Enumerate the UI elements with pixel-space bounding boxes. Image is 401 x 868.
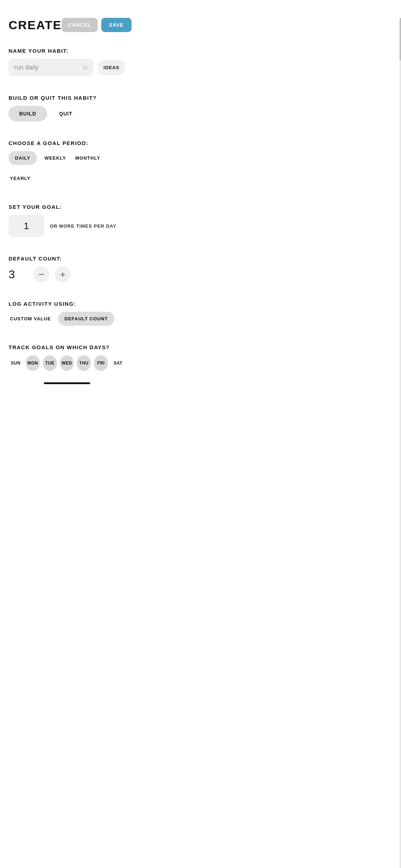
goal-period-section: CHOOSE A GOAL PERIOD: DAILY WEEKLY MONTH… xyxy=(0,131,134,185)
count-row: 3 − + xyxy=(9,267,125,282)
page-title: CREATE xyxy=(9,18,62,32)
day-wed-button[interactable]: WED xyxy=(60,355,74,371)
track-days-section: TRACK GOALS ON WHICH DAYS? SUN MON TUE W… xyxy=(0,336,134,371)
save-button[interactable]: SAVE xyxy=(101,18,132,32)
build-quit-section: BUILD OR QUIT THIS HABIT? BUILD QUIT xyxy=(0,86,134,122)
build-button[interactable]: BUILD xyxy=(9,106,47,122)
create-page: CREATE CANCEL SAVE NAME YOUR HABIT: run … xyxy=(0,0,134,401)
count-controls: − + xyxy=(34,267,71,282)
period-row: DAILY WEEKLY MONTHLY YEARLY xyxy=(9,151,125,185)
day-thu-button[interactable]: THU xyxy=(77,355,91,371)
header-buttons: CANCEL SAVE xyxy=(62,18,131,32)
home-indicator xyxy=(44,382,90,384)
default-count-button[interactable]: DEFAULT COUNT xyxy=(58,312,114,326)
build-quit-toggle: BUILD QUIT xyxy=(9,106,125,122)
header: CREATE CANCEL SAVE xyxy=(0,0,134,39)
name-input-row: run daily 31 IDEAS xyxy=(9,59,125,76)
goal-row: 1 OR MORE TIMES PER DAY xyxy=(9,215,125,237)
day-fri-button[interactable]: FRI xyxy=(94,355,108,371)
goal-value-box[interactable]: 1 xyxy=(9,215,44,237)
cancel-button[interactable]: CANCEL xyxy=(62,18,97,32)
increment-button[interactable]: + xyxy=(55,267,71,282)
goal-period-label: CHOOSE A GOAL PERIOD: xyxy=(9,140,125,146)
custom-value-button[interactable]: CUSTOM VALUE xyxy=(9,312,52,326)
day-sun-button[interactable]: SUN xyxy=(9,355,23,371)
days-row: SUN MON TUE WED THU FRI SAT xyxy=(9,355,125,371)
habit-name-label: NAME YOUR HABIT: xyxy=(9,48,125,54)
log-activity-label: LOG ACTIVITY USING: xyxy=(9,301,125,307)
log-activity-section: LOG ACTIVITY USING: CUSTOM VALUE DEFAULT… xyxy=(0,292,134,326)
set-goal-label: SET YOUR GOAL: xyxy=(9,204,125,210)
default-count-label: DEFAULT COUNT: xyxy=(9,255,125,262)
habit-name-section: NAME YOUR HABIT: run daily 31 IDEAS xyxy=(0,39,134,76)
set-goal-section: SET YOUR GOAL: 1 OR MORE TIMES PER DAY xyxy=(0,195,134,237)
habit-name-value: run daily xyxy=(14,64,80,71)
ideas-button[interactable]: IDEAS xyxy=(98,60,125,75)
goal-value: 1 xyxy=(24,221,29,232)
goal-suffix: OR MORE TIMES PER DAY xyxy=(50,223,117,229)
day-tue-button[interactable]: TUE xyxy=(43,355,57,371)
period-monthly-button[interactable]: MONTHLY xyxy=(74,151,102,165)
period-yearly-button[interactable]: YEARLY xyxy=(9,171,32,185)
log-row: CUSTOM VALUE DEFAULT COUNT xyxy=(9,312,125,326)
quit-button[interactable]: QUIT xyxy=(56,106,76,122)
char-count: 31 xyxy=(83,65,88,70)
period-weekly-button[interactable]: WEEKLY xyxy=(43,151,67,165)
day-mon-button[interactable]: MON xyxy=(26,355,40,371)
count-value: 3 xyxy=(9,268,26,281)
day-sat-button[interactable]: SAT xyxy=(111,355,125,371)
name-input-wrapper[interactable]: run daily 31 xyxy=(9,59,93,76)
decrement-button[interactable]: − xyxy=(34,267,49,282)
period-daily-button[interactable]: DAILY xyxy=(9,151,37,165)
build-quit-label: BUILD OR QUIT THIS HABIT? xyxy=(9,95,125,101)
default-count-section: DEFAULT COUNT: 3 − + xyxy=(0,247,134,282)
track-days-label: TRACK GOALS ON WHICH DAYS? xyxy=(9,344,125,350)
